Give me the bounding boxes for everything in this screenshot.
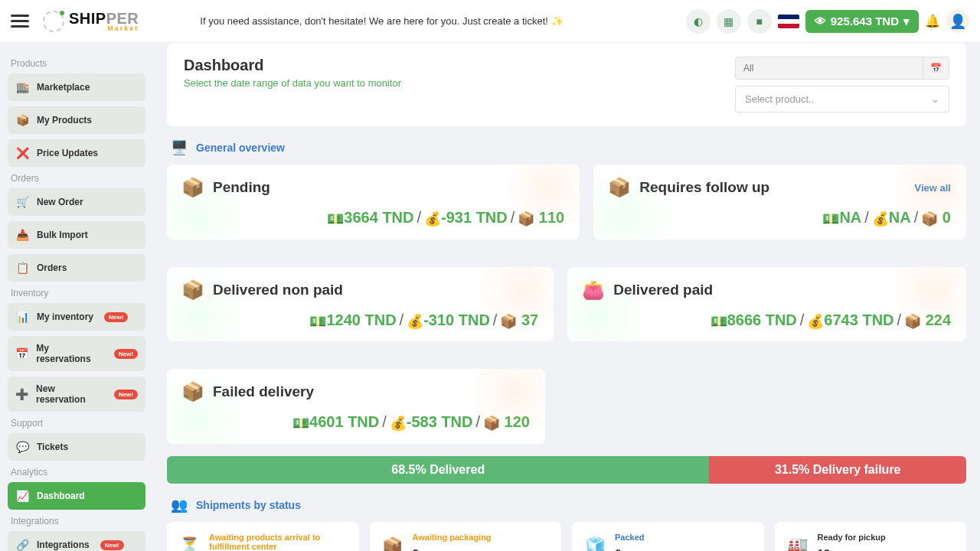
sidebar-item-label: New Order bbox=[37, 197, 83, 207]
date-range-input[interactable] bbox=[735, 57, 923, 80]
sidebar-item-price-updates[interactable]: ❌Price Updates bbox=[8, 139, 145, 167]
sidebar-item-label: My reservations bbox=[36, 343, 103, 364]
page-title: Dashboard bbox=[184, 57, 401, 74]
sidebar-icon: 💬 bbox=[15, 440, 29, 454]
chevron-down-icon: ⌄ bbox=[931, 93, 939, 105]
sidebar-item-label: New reservation bbox=[36, 383, 103, 405]
video-icon[interactable]: ■ bbox=[747, 9, 772, 34]
sidebar-item-marketplace[interactable]: 🏬Marketplace bbox=[8, 73, 145, 101]
shipment-status-card[interactable]: ⏳Awaiting products arrival to fulfillmen… bbox=[167, 522, 359, 551]
new-badge: New! bbox=[104, 312, 128, 322]
overview-card-delivered-paid[interactable]: 👛Delivered paid💵8666 TND/💰6743 TND/📦 224 bbox=[567, 267, 966, 342]
shipment-icon: ⏳ bbox=[179, 536, 200, 551]
sidebar-item-label: Price Updates bbox=[37, 148, 98, 158]
sidebar-icon: 🛒 bbox=[15, 195, 29, 209]
shipment-status-card[interactable]: 🧊Packed6Shipments bbox=[572, 522, 764, 551]
sidebar-group-title: Support bbox=[11, 418, 142, 429]
sidebar-group-title: Analytics bbox=[11, 467, 142, 478]
sidebar-group-title: Inventory bbox=[11, 288, 142, 298]
failed-bar: 31.5% Delivery failure bbox=[709, 456, 966, 484]
main-content: Dashboard Select the date range of data … bbox=[153, 43, 980, 551]
new-badge: New! bbox=[100, 540, 124, 550]
overview-card-failed-delivery[interactable]: 📦Failed delivery💵4601 TND/💰-583 TND/📦 12… bbox=[167, 369, 545, 444]
shipment-count: 18 bbox=[818, 546, 831, 551]
help-text: If you need assistance, don't hesitate! … bbox=[200, 15, 563, 27]
menu-toggle-icon[interactable] bbox=[11, 12, 29, 31]
sidebar-icon: 📋 bbox=[15, 261, 29, 275]
sidebar-item-label: Bulk Import bbox=[37, 230, 88, 240]
chevron-down-icon: ▾ bbox=[903, 15, 910, 28]
sidebar-item-label: Tickets bbox=[37, 442, 68, 452]
eye-icon: 👁 bbox=[815, 15, 826, 28]
shipment-count: 2 bbox=[413, 546, 419, 551]
overview-title: General overview bbox=[196, 142, 285, 154]
language-flag-icon[interactable] bbox=[778, 15, 799, 28]
shipments-icon: 👥 bbox=[170, 496, 188, 514]
sidebar-icon: 📅 bbox=[15, 347, 28, 360]
calendar-icon[interactable]: 📅 bbox=[923, 57, 949, 80]
overview-card-pending[interactable]: 📦Pending💵3664 TND/💰-931 TND/📦 110 bbox=[167, 165, 580, 240]
new-badge: New! bbox=[114, 390, 138, 399]
sidebar-item-my-inventory[interactable]: 📊My inventoryNew! bbox=[8, 303, 145, 331]
sidebar-icon: 📥 bbox=[15, 228, 29, 242]
sidebar-item-label: Integrations bbox=[37, 540, 90, 550]
shipment-title: Ready for pickup bbox=[818, 533, 886, 542]
sidebar-group-title: Orders bbox=[11, 173, 142, 184]
sidebar-icon: ➕ bbox=[15, 387, 28, 401]
sidebar-item-my-products[interactable]: 📦My Products bbox=[8, 106, 145, 134]
overview-card-requires-follow-up[interactable]: 📦Requires follow upView all💵NA/💰NA/📦 0 bbox=[593, 165, 966, 240]
sidebar-icon: ❌ bbox=[15, 146, 29, 160]
sidebar-icon: 🔗 bbox=[15, 538, 29, 551]
sidebar-item-label: My Products bbox=[37, 115, 92, 126]
sidebar-item-integrations[interactable]: 🔗IntegrationsNew! bbox=[8, 531, 145, 551]
shipment-title: Packed bbox=[615, 533, 664, 542]
dashboard-header: Dashboard Select the date range of data … bbox=[167, 43, 966, 126]
shipment-status-card[interactable]: 📦Awaiting packaging2Shipments bbox=[370, 522, 562, 551]
delivery-ratio-bar: 68.5% Delivered 31.5% Delivery failure bbox=[167, 456, 966, 484]
sidebar-item-my-reservations[interactable]: 📅My reservationsNew! bbox=[8, 336, 145, 371]
shipment-count: 6 bbox=[615, 546, 621, 551]
sidebar-item-label: Dashboard bbox=[37, 491, 85, 501]
balance-button[interactable]: 👁 925.643 TND ▾ bbox=[805, 10, 919, 33]
sidebar-icon: 📦 bbox=[15, 113, 29, 127]
sidebar-group-title: Integrations bbox=[11, 516, 142, 527]
shipment-icon: 🏭 bbox=[787, 536, 808, 551]
shipment-title: Awaiting products arrival to fulfillment… bbox=[209, 533, 347, 551]
overview-icon: 🖥️ bbox=[170, 139, 188, 157]
sidebar-item-label: My inventory bbox=[37, 311, 93, 322]
dark-mode-icon[interactable]: ◐ bbox=[686, 9, 710, 34]
calculator-icon[interactable]: ▦ bbox=[717, 9, 741, 34]
shipment-icon: 🧊 bbox=[584, 536, 606, 551]
shipment-icon: 📦 bbox=[382, 536, 403, 551]
shipment-status-card[interactable]: 🏭Ready for pickup18Shipments bbox=[775, 522, 967, 551]
page-subtitle: Select the date range of data you want t… bbox=[184, 77, 401, 89]
sidebar-item-tickets[interactable]: 💬Tickets bbox=[8, 433, 145, 461]
sidebar-item-new-reservation[interactable]: ➕New reservationNew! bbox=[8, 377, 145, 412]
sidebar-icon: 🏬 bbox=[15, 80, 29, 94]
header: SHIPPERMarket If you need assistance, do… bbox=[0, 0, 980, 43]
sidebar-group-title: Products bbox=[11, 58, 142, 69]
sidebar-item-label: Marketplace bbox=[37, 82, 90, 93]
logo[interactable]: SHIPPERMarket bbox=[43, 10, 139, 32]
product-select[interactable]: Select product.. ⌄ bbox=[735, 86, 949, 112]
sidebar-item-new-order[interactable]: 🛒New Order bbox=[8, 188, 145, 216]
balance-text: 925.643 TND bbox=[831, 15, 899, 28]
shipment-title: Awaiting packaging bbox=[413, 533, 492, 542]
sidebar-icon: 📊 bbox=[15, 310, 29, 324]
sidebar-icon: 📈 bbox=[15, 489, 29, 503]
sidebar-item-dashboard[interactable]: 📈Dashboard bbox=[8, 482, 145, 510]
sidebar: Products🏬Marketplace📦My Products❌Price U… bbox=[0, 43, 153, 551]
shipments-title: Shipments by status bbox=[196, 499, 301, 511]
overview-card-delivered-non-paid[interactable]: 📦Delivered non paid💵1240 TND/💰-310 TND/📦… bbox=[167, 267, 554, 342]
sidebar-item-bulk-import[interactable]: 📥Bulk Import bbox=[8, 221, 145, 249]
notifications-icon[interactable]: 🔔 bbox=[925, 14, 940, 28]
delivered-bar: 68.5% Delivered bbox=[167, 456, 709, 484]
new-badge: New! bbox=[114, 349, 138, 359]
sidebar-item-label: Orders bbox=[37, 262, 67, 273]
sidebar-item-orders[interactable]: 📋Orders bbox=[8, 254, 145, 282]
avatar[interactable]: 👤 bbox=[946, 10, 969, 33]
